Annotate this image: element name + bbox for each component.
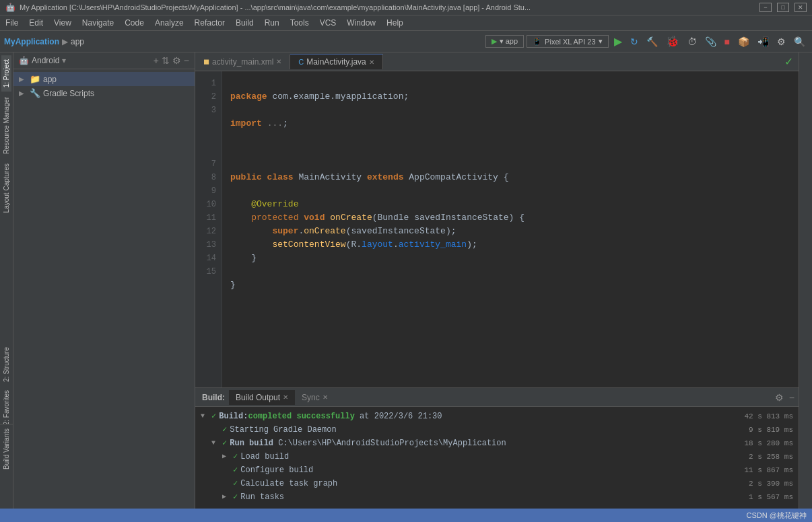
expand-btn-configure[interactable] <box>222 464 232 476</box>
build-label: Build: <box>198 390 229 405</box>
build-row-run-build: ▼ ✓ Run build C:\Users\HP\AndroidStudioP… <box>201 437 793 450</box>
tree-item-gradle-label: Gradle Scripts <box>43 89 94 98</box>
build-panel: Build: Build Output ✕ Sync ✕ ⚙ − ▼ <box>195 387 799 522</box>
close-button[interactable]: ✕ <box>794 3 807 12</box>
tab-close-java[interactable]: ✕ <box>369 59 374 66</box>
device-label: Pixel XL API 23 <box>545 38 595 46</box>
menu-item-run[interactable]: Run <box>259 17 285 29</box>
gradle-icon: 🔧 <box>30 88 40 98</box>
tree-item-app[interactable]: ▶ 📁 app <box>13 72 195 86</box>
code-editor[interactable]: 1 2 3 7 8 9 10 11 12 13 14 15 packag <box>195 71 799 387</box>
debug-button[interactable]: 🐞 <box>663 34 682 49</box>
tree-arrow-gradle: ▶ <box>19 89 27 97</box>
panel-title-arrow[interactable]: ▾ <box>62 56 66 65</box>
task-graph-text: Calculate task graph <box>240 478 337 490</box>
menu-item-refactor[interactable]: Refactor <box>189 17 230 29</box>
menu-item-navigate[interactable]: Navigate <box>77 17 119 29</box>
toolbar: MyApplication ▶ app ▶ ▾ app 📱 Pixel XL A… <box>0 31 812 52</box>
tab-label-xml: activity_main.xml <box>212 57 273 67</box>
tab-activity-main-xml[interactable]: ◼ activity_main.xml ✕ <box>195 54 290 69</box>
menu-item-view[interactable]: View <box>48 17 77 29</box>
project-panel-title: 🤖 Android ▾ <box>19 56 66 65</box>
menu-item-vcs[interactable]: VCS <box>314 17 342 29</box>
breadcrumb-app[interactable]: MyApplication <box>4 37 59 46</box>
sidebar-item-resource-manager[interactable]: Resource Manager <box>1 93 11 158</box>
expand-btn-run-tasks[interactable]: ▶ <box>222 491 232 503</box>
menu-item-tools[interactable]: Tools <box>285 17 314 29</box>
menu-item-window[interactable]: Window <box>341 17 381 29</box>
check-icon-run-build: ✓ <box>222 437 227 449</box>
stop-button[interactable]: ■ <box>722 35 733 48</box>
build-timestamp: at 2022/3/6 21:30 <box>355 410 442 422</box>
maximize-button[interactable]: □ <box>777 3 789 12</box>
java-tab-icon: C <box>298 58 304 66</box>
sidebar-item-structure[interactable]: 2: Structure <box>1 343 11 386</box>
tree-item-gradle[interactable]: ▶ 🔧 Gradle Scripts <box>13 86 195 100</box>
sdk-manager-button[interactable]: 📦 <box>735 35 752 48</box>
menu-item-edit[interactable]: Edit <box>24 17 48 29</box>
sidebar-item-favorites[interactable]: 2: Favorites <box>1 386 11 429</box>
build-settings-icon[interactable]: ⚙ <box>774 391 785 404</box>
configure-build-time: 11 s 867 ms <box>744 464 793 476</box>
run-tasks-time: 1 s 567 ms <box>749 491 793 503</box>
breadcrumb: MyApplication ▶ app <box>4 37 84 46</box>
run-button[interactable]: ▶ <box>611 34 625 49</box>
menu-item-help[interactable]: Help <box>381 17 409 29</box>
check-icon-configure: ✓ <box>233 464 238 476</box>
menu-item-code[interactable]: Code <box>119 17 149 29</box>
tab-close-xml[interactable]: ✕ <box>276 58 281 65</box>
build-output-content: ▼ ✓ Build: completed successfully at 202… <box>195 407 799 522</box>
build-time-main: 42 s 813 ms <box>744 410 793 422</box>
right-sidebar-tabs <box>799 52 812 522</box>
bottom-sidebar-build-variants: Build Variants <box>0 424 13 522</box>
tree-arrow-app: ▶ <box>19 75 27 83</box>
tab-label-java: MainActivity.java <box>306 57 366 67</box>
build-hide-icon[interactable]: − <box>788 391 796 404</box>
minimize-button[interactable]: − <box>759 3 772 12</box>
panel-action-icons: + ⇅ ⚙ − <box>154 55 189 66</box>
breadcrumb-module[interactable]: app <box>71 37 84 46</box>
avd-manager-button[interactable]: 📲 <box>755 35 772 48</box>
sidebar-item-project[interactable]: 1: Project <box>1 55 11 91</box>
panel-collapse-icon[interactable]: − <box>184 55 189 66</box>
menu-item-file[interactable]: File <box>0 17 24 29</box>
settings-button[interactable]: ⚙ <box>774 35 788 48</box>
tree-item-app-label: app <box>43 75 57 84</box>
build-row-load-build: ▶ ✓ Load build 2 s 258 ms <box>201 450 793 463</box>
build-row-gradle-daemon: ✓ Starting Gradle Daemon 9 s 819 ms <box>201 423 793 437</box>
expand-btn-main[interactable]: ▼ <box>201 410 210 422</box>
expand-btn-daemon[interactable] <box>211 424 221 436</box>
run-build-time: 18 s 280 ms <box>744 437 793 449</box>
attach-button[interactable]: 📎 <box>702 35 719 48</box>
run-config-selector[interactable]: ▶ ▾ app <box>485 35 524 48</box>
tab-sync[interactable]: Sync ✕ <box>295 390 335 405</box>
code-content[interactable]: package com.example.myapplication; impor… <box>222 71 799 387</box>
build-button[interactable]: 🔨 <box>644 35 661 48</box>
expand-btn-load-build[interactable]: ▶ <box>222 451 232 463</box>
panel-add-icon[interactable]: + <box>154 55 159 66</box>
panel-settings-icon[interactable]: ⚙ <box>172 55 181 66</box>
sync-button[interactable]: ↻ <box>628 35 641 48</box>
expand-btn-run-build[interactable]: ▼ <box>211 437 221 449</box>
panel-title-label: Android <box>32 56 59 65</box>
menu-item-build[interactable]: Build <box>230 17 259 29</box>
check-icon-run-tasks: ✓ <box>233 491 238 503</box>
gradle-daemon-time: 9 s 819 ms <box>749 424 793 436</box>
panel-sort-icon[interactable]: ⇅ <box>162 55 170 66</box>
profile-button[interactable]: ⏱ <box>685 35 700 48</box>
menu-bar: FileEditViewNavigateCodeAnalyzeRefactorB… <box>0 15 812 31</box>
expand-btn-task-graph[interactable] <box>222 478 232 490</box>
sidebar-item-build-variants[interactable]: Build Variants <box>1 424 11 474</box>
project-panel-header: 🤖 Android ▾ + ⇅ ⚙ − <box>13 52 195 69</box>
sync-tab-close[interactable]: ✕ <box>323 394 328 401</box>
build-row-task-graph: ✓ Calculate task graph 2 s 390 ms <box>201 477 793 490</box>
editor-panel: ◼ activity_main.xml ✕ C MainActivity.jav… <box>195 52 799 387</box>
build-output-tab-close[interactable]: ✕ <box>283 394 288 401</box>
tab-build-output[interactable]: Build Output ✕ <box>229 390 295 405</box>
run-config-label: ▾ app <box>500 37 518 46</box>
menu-item-analyze[interactable]: Analyze <box>149 17 189 29</box>
sidebar-item-layout-captures[interactable]: Layout Captures <box>1 159 11 217</box>
device-selector[interactable]: 📱 Pixel XL API 23 ▾ <box>527 35 608 48</box>
tab-mainactivity-java[interactable]: C MainActivity.java ✕ <box>290 54 382 69</box>
search-button[interactable]: 🔍 <box>791 35 808 48</box>
